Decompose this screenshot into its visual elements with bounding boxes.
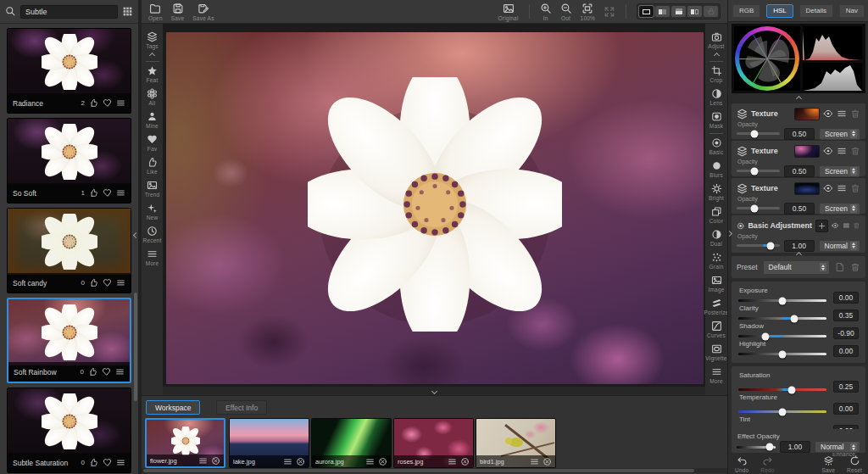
preset-card[interactable]: Radiance 2 — [7, 28, 131, 114]
heart-icon[interactable] — [103, 188, 112, 198]
collapse-left-panel-chevron[interactable] — [134, 229, 142, 241]
temperature-slider[interactable] — [738, 408, 826, 415]
nav-trending[interactable]: Trend — [142, 177, 163, 200]
nav-tags[interactable]: Tags — [142, 29, 163, 52]
layer-menu-icon[interactable] — [843, 220, 850, 231]
search-icon[interactable] — [5, 6, 16, 17]
preset-menu-icon[interactable] — [116, 458, 125, 467]
opacity-slider[interactable] — [737, 130, 780, 137]
file-menu-icon[interactable] — [283, 457, 292, 466]
visibility-eye-icon[interactable] — [832, 220, 839, 231]
view-side-by-side-button[interactable] — [687, 6, 702, 17]
tab-workspace[interactable]: Workspace — [146, 400, 200, 415]
preset-select[interactable]: Default — [763, 260, 830, 275]
effect-blend-select[interactable]: Normal — [815, 441, 860, 453]
add-adjustment-button[interactable] — [815, 220, 828, 232]
nav-favorites[interactable]: Fav — [142, 131, 163, 154]
heart-icon[interactable] — [103, 458, 112, 467]
layer-menu-icon[interactable] — [837, 109, 847, 119]
undo-button[interactable]: Undo — [735, 455, 748, 473]
heart-icon[interactable] — [102, 367, 111, 376]
redo-button[interactable]: Redo — [760, 455, 774, 473]
texture-thumbnail[interactable] — [794, 108, 820, 120]
tool-lens[interactable]: Lens — [705, 86, 727, 109]
trash-icon[interactable] — [850, 146, 860, 156]
texture-thumbnail[interactable] — [794, 145, 820, 158]
preset-menu-icon[interactable] — [116, 278, 125, 287]
opacity-slider[interactable] — [737, 204, 780, 212]
zoom-in-button[interactable]: In — [540, 3, 552, 21]
clarity-slider[interactable] — [738, 315, 826, 322]
film-thumb[interactable]: roses.jpg — [393, 418, 474, 468]
thumbs-up-icon[interactable] — [89, 458, 98, 467]
tool-posterize[interactable]: Posterize — [705, 295, 727, 318]
save-button[interactable]: Save — [171, 3, 185, 21]
effect-opacity-value[interactable]: 1.00 — [780, 441, 810, 453]
view-single-button[interactable] — [639, 6, 654, 17]
highlight-slider[interactable] — [738, 350, 826, 358]
visibility-eye-icon[interactable] — [823, 109, 833, 119]
tool-mask[interactable]: Mask — [705, 109, 727, 131]
search-input[interactable] — [20, 5, 118, 19]
slider-value[interactable]: 0.00 — [833, 292, 859, 304]
heart-icon[interactable] — [103, 278, 112, 287]
grid-view-icon[interactable] — [122, 6, 133, 17]
preset-menu-icon[interactable] — [115, 367, 125, 376]
save-as-button[interactable]: Save As — [192, 3, 214, 21]
show-original-button[interactable]: Original — [498, 3, 519, 21]
fit-screen-button[interactable] — [604, 6, 615, 18]
trash-icon[interactable] — [853, 220, 860, 231]
collapse-chevron[interactable] — [149, 53, 155, 59]
layer-menu-icon[interactable] — [837, 146, 847, 156]
preset-menu-icon[interactable] — [116, 188, 125, 198]
nav-new[interactable]: New — [142, 200, 163, 223]
file-menu-icon[interactable] — [530, 457, 539, 466]
opacity-value[interactable]: 0.50 — [784, 165, 815, 177]
tab-hsl[interactable]: HSL — [766, 4, 793, 18]
tool-blurs[interactable]: Blurs — [705, 158, 727, 181]
tool-dual[interactable]: Dual — [705, 226, 727, 249]
layer-menu-icon[interactable] — [837, 183, 847, 193]
tool-color[interactable]: Color — [705, 204, 727, 226]
nav-liked[interactable]: Like — [142, 154, 163, 177]
file-menu-icon[interactable] — [198, 456, 208, 466]
save-preset-icon[interactable] — [835, 262, 845, 272]
visibility-eye-icon[interactable] — [823, 183, 833, 193]
tool-grain[interactable]: Grain — [705, 249, 727, 272]
film-thumb[interactable]: lake.jpg — [229, 418, 309, 468]
preset-card[interactable]: So Soft 1 — [7, 118, 131, 204]
file-menu-icon[interactable] — [448, 457, 457, 466]
blend-mode-select[interactable]: Screen — [819, 128, 860, 140]
tool-crop[interactable]: Crop — [705, 63, 727, 86]
opacity-value[interactable]: 1.00 — [784, 240, 815, 252]
nav-featured[interactable]: Feat — [142, 63, 163, 86]
slider-value[interactable]: 0.35 — [833, 309, 859, 321]
blend-mode-select[interactable]: Screen — [819, 165, 860, 177]
slider-value[interactable]: -0.90 — [833, 327, 859, 339]
file-menu-icon[interactable] — [365, 457, 375, 466]
opacity-value[interactable]: 0.50 — [784, 128, 815, 140]
tool-more[interactable]: More — [705, 364, 727, 387]
view-lock-button[interactable] — [704, 6, 718, 17]
slider-value[interactable]: 0.00 — [833, 345, 859, 357]
blend-mode-select[interactable]: Normal — [819, 240, 860, 252]
tab-details[interactable]: Details — [799, 4, 833, 18]
nav-mine[interactable]: Mine — [142, 109, 163, 131]
texture-thumbnail[interactable] — [794, 182, 820, 195]
tab-effect-info[interactable]: Effect Info — [216, 400, 267, 415]
close-icon[interactable] — [460, 457, 470, 466]
nav-recent[interactable]: Recent — [142, 223, 163, 246]
open-button[interactable]: Open — [148, 3, 163, 21]
tool-curves[interactable]: Curves — [705, 318, 727, 341]
tool-adjust[interactable]: Adjust — [705, 29, 727, 52]
shadow-slider[interactable] — [738, 332, 826, 340]
opacity-slider[interactable] — [737, 167, 780, 175]
tool-image[interactable]: Image — [705, 272, 727, 295]
tool-vignette[interactable]: Vignette — [705, 341, 727, 364]
opacity-value[interactable]: 0.50 — [784, 203, 815, 215]
tool-bright[interactable]: Bright — [705, 181, 727, 204]
slider-value[interactable]: 0.00 — [833, 403, 859, 415]
thumbs-up-icon[interactable] — [89, 278, 98, 287]
tab-rgb[interactable]: RGB — [732, 4, 760, 18]
view-before-after-button[interactable] — [671, 6, 686, 17]
